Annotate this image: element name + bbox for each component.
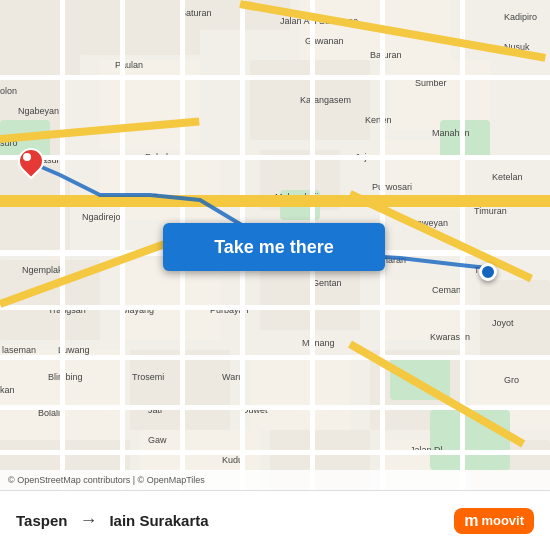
map-container: Baturan Jalan Adi Sumarmo Gawanan Batura… — [0, 0, 550, 490]
take-me-there-button[interactable]: Take me there — [163, 223, 385, 271]
copyright-bar: © OpenStreetMap contributors | © OpenMap… — [0, 470, 550, 490]
route-arrow: → — [79, 510, 97, 531]
moovit-logo: m moovit — [454, 508, 534, 534]
origin-label: Taspen — [16, 512, 67, 529]
moovit-text: moovit — [481, 513, 524, 528]
copyright-text: © OpenStreetMap contributors | © OpenMap… — [8, 475, 205, 485]
destination-marker — [479, 263, 497, 281]
bottom-bar: Taspen → Iain Surakarta m moovit — [0, 490, 550, 550]
destination-label: Iain Surakarta — [109, 512, 208, 529]
moovit-m-icon: m — [464, 512, 478, 530]
origin-marker — [18, 148, 40, 176]
